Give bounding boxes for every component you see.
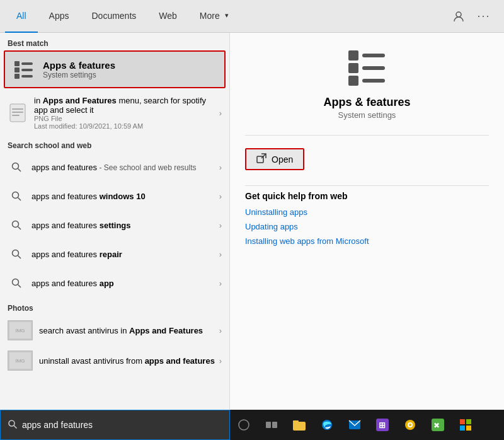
photo-result-1[interactable]: IMG search avast antivirus in Apps and F… (0, 315, 229, 345)
cortana-button[interactable] (230, 410, 258, 440)
more-options-icon[interactable]: ··· (474, 6, 494, 26)
svg-rect-40 (293, 422, 306, 431)
svg-line-36 (14, 426, 17, 429)
taskbar-icons: ⊞ ✖ (230, 410, 479, 440)
svg-rect-4 (21, 62, 33, 65)
svg-rect-8 (12, 108, 23, 110)
quick-help-link-1[interactable]: Uninstalling apps (245, 207, 489, 217)
photo-result-2-text: uninstall avast antivirus from apps and … (39, 356, 219, 366)
web-result-1-text: apps and features - See school and web r… (32, 163, 219, 172)
divider-1 (245, 135, 489, 136)
task-view-button[interactable] (258, 410, 285, 440)
taskbar: ⊞ ✖ (0, 410, 504, 440)
tab-web[interactable]: Web (147, 0, 188, 33)
best-match-label: Best match (0, 33, 229, 50)
chevron-right-icon-7: › (219, 326, 222, 335)
file-title-bold: Apps and Features (43, 96, 117, 105)
divider-2 (245, 185, 489, 186)
photos-label: Photos (0, 298, 229, 315)
chevron-right-icon-8: › (219, 356, 222, 366)
svg-point-11 (13, 163, 19, 170)
search-input[interactable] (22, 420, 222, 430)
file-type: PNG File (34, 115, 219, 122)
tab-all[interactable]: All (5, 0, 38, 33)
mail-button[interactable] (341, 410, 369, 440)
app-detail-header: Apps & features System settings (245, 45, 489, 120)
quick-help-link-3[interactable]: Installing web apps from Microsoft (245, 236, 489, 246)
chevron-right-icon-5: › (219, 250, 222, 259)
svg-rect-27 (348, 50, 358, 61)
quick-help-link-2[interactable]: Updating apps (245, 222, 489, 231)
svg-point-15 (13, 221, 19, 228)
web-result-4[interactable]: apps and features repair › (0, 240, 229, 269)
file-title: in Apps and Features menu, search for sp… (34, 96, 219, 115)
taskbar-search-icon (8, 420, 17, 431)
svg-rect-31 (362, 66, 385, 70)
svg-point-35 (9, 420, 14, 426)
tab-apps[interactable]: Apps (38, 0, 81, 33)
chevron-right-icon-3: › (219, 192, 222, 201)
best-match-title: Apps & features (43, 60, 115, 71)
right-app-title: Apps & features (323, 96, 410, 109)
photo-result-2[interactable]: IMG uninstall avast antivirus from apps … (0, 345, 229, 376)
svg-point-48 (409, 424, 411, 426)
file-explorer-button[interactable] (285, 410, 313, 440)
open-button[interactable]: Open (245, 148, 304, 170)
open-button-container: Open (245, 148, 489, 170)
svg-point-13 (13, 192, 19, 199)
web-result-4-text: apps and features repair (32, 250, 219, 259)
svg-rect-9 (12, 112, 23, 113)
tab-more[interactable]: More ▾ (188, 0, 240, 33)
svg-rect-53 (460, 426, 465, 431)
web-result-5[interactable]: apps and features app › (0, 269, 229, 298)
search-bar[interactable] (0, 410, 230, 440)
person-icon[interactable] (449, 6, 469, 26)
file-modified: Last modified: 10/9/2021, 10:59 AM (34, 122, 219, 130)
web-result-2[interactable]: apps and features windows 10 › (0, 182, 229, 211)
web-result-3-text: apps and features settings (32, 221, 219, 230)
svg-text:IMG: IMG (15, 328, 25, 333)
search-school-label: Search school and web (0, 135, 229, 153)
store-button[interactable]: ⊞ (369, 410, 396, 440)
svg-rect-39 (272, 422, 277, 428)
svg-text:⊞: ⊞ (379, 420, 386, 430)
svg-line-20 (18, 285, 21, 288)
search-icon-4 (8, 245, 25, 263)
svg-line-12 (18, 169, 21, 172)
chevron-down-icon: ▾ (225, 11, 229, 20)
web-result-3[interactable]: apps and features settings › (0, 211, 229, 240)
web-result-5-text: apps and features app (32, 279, 219, 288)
search-icon-2 (8, 187, 25, 205)
search-icon-3 (8, 216, 25, 234)
search-icon-1 (8, 158, 25, 176)
search-icon-5 (8, 274, 25, 292)
photo-result-1-text: search avast antivirus in Apps and Featu… (39, 326, 219, 335)
svg-rect-5 (21, 69, 33, 71)
chevron-right-icon: › (219, 108, 222, 118)
web-result-1[interactable]: apps and features - See school and web r… (0, 153, 229, 182)
chevron-right-icon-4: › (219, 221, 222, 230)
open-icon (256, 153, 266, 165)
edge-button[interactable] (313, 410, 341, 440)
svg-rect-28 (348, 63, 358, 73)
svg-text:✖: ✖ (433, 421, 440, 430)
tab-documents[interactable]: Documents (80, 0, 147, 33)
web-result-2-text: apps and features windows 10 (32, 192, 219, 201)
left-panel: Best match Apps & features System settin… (0, 33, 230, 410)
apps-features-icon (13, 58, 35, 81)
photos-button[interactable] (396, 410, 424, 440)
photo-thumb-1: IMG (8, 320, 33, 340)
best-match-item[interactable]: Apps & features System settings (4, 50, 226, 88)
quick-help-title: Get quick help from web (245, 191, 489, 201)
svg-rect-3 (14, 74, 20, 79)
svg-line-16 (18, 227, 21, 230)
chevron-right-icon-2: › (219, 163, 222, 172)
windows-logo-button[interactable] (452, 410, 479, 440)
file-result-item[interactable]: in Apps and Features menu, search for sp… (0, 91, 229, 135)
svg-rect-1 (14, 61, 20, 66)
app-large-icon (345, 45, 390, 91)
svg-point-0 (456, 12, 461, 17)
svg-point-19 (13, 279, 19, 286)
xbox-button[interactable]: ✖ (424, 410, 452, 440)
svg-point-37 (239, 420, 249, 430)
